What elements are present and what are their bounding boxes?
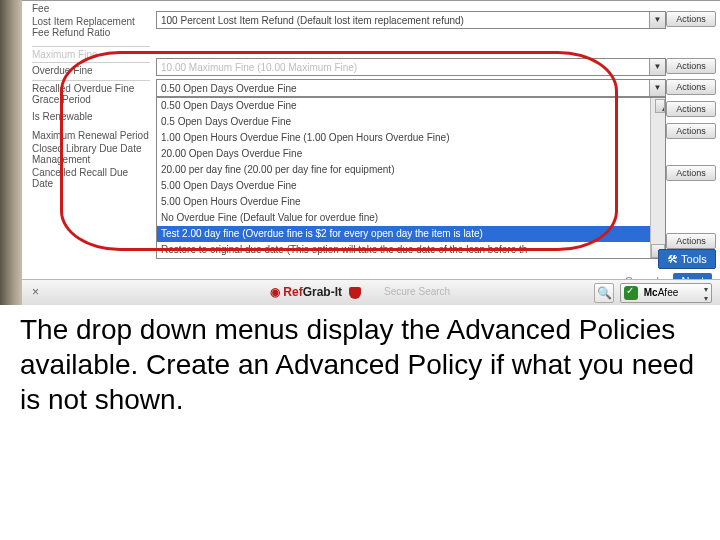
label-recalled: Recalled Overdue Fine Grace Period <box>32 83 150 105</box>
dropdown-option[interactable]: 5.00 Open Hours Overdue Fine <box>157 194 665 210</box>
screenshot-region: Fee Lost Item Replacement Fee Refund Rat… <box>0 0 720 305</box>
label-lost-refund: Lost Item Replacement Fee Refund Ratio <box>32 16 150 38</box>
label-overdue-fine: Overdue Fine <box>32 65 150 76</box>
actions-button[interactable]: Actions <box>666 233 716 249</box>
dropdown-option[interactable]: 20.00 Open Days Overdue Fine <box>157 146 665 162</box>
label-closed-lib: Closed Library Due Date Management <box>32 143 150 165</box>
select-lost-refund[interactable]: 100 Percent Lost Item Refund (Default lo… <box>156 11 666 29</box>
dropdown-option[interactable]: 20.00 per day fine (20.00 per day fine f… <box>157 162 665 178</box>
dropdown-option[interactable]: 5.00 Open Days Overdue Fine <box>157 178 665 194</box>
actions-button[interactable]: Actions <box>666 79 716 95</box>
chevron-down-icon: ▼ <box>649 59 665 75</box>
actions-button[interactable]: Actions <box>666 11 716 27</box>
chevron-down-icon: ▾▾ <box>704 285 708 303</box>
mcafee-button[interactable]: McMcAfeeAfee ▾▾ <box>620 283 712 303</box>
select-overdue-fine-value: 0.50 Open Days Overdue Fine <box>161 83 297 94</box>
window-edge-left <box>0 0 22 305</box>
dropdown-option[interactable]: 0.5 Open Days Overdue Fine <box>157 114 665 130</box>
browser-viewport: Fee Lost Item Replacement Fee Refund Rat… <box>22 0 720 305</box>
dropdown-option[interactable]: 0.50 Open Days Overdue Fine <box>157 98 665 114</box>
dropdown-option[interactable]: Restore to original due date (This optio… <box>157 242 665 258</box>
policy-form: Fee Lost Item Replacement Fee Refund Rat… <box>22 1 720 275</box>
dropdown-option[interactable]: No Overdue Fine (Default Value for overd… <box>157 210 665 226</box>
label-renewable: Is Renewable <box>32 111 150 122</box>
actions-button[interactable]: Actions <box>666 165 716 181</box>
chevron-down-icon: ▼ <box>649 12 665 28</box>
actions-button[interactable]: Actions <box>666 123 716 139</box>
select-lost-refund-value: 100 Percent Lost Item Refund (Default lo… <box>161 15 464 26</box>
scroll-up-icon[interactable]: ▲ <box>655 99 665 113</box>
refgrabit-addon[interactable]: ◉ RefGrab-It <box>270 285 361 299</box>
search-icon[interactable]: 🔍 <box>594 283 614 303</box>
label-max-fine: Maximum Fine <box>32 49 150 60</box>
secure-search-label: Secure Search <box>384 286 450 297</box>
slide-caption: The drop down menus display the Advanced… <box>20 312 700 417</box>
select-max-fine[interactable]: 10.00 Maximum Fine (10.00 Maximum Fine) … <box>156 58 666 76</box>
shield-icon <box>349 287 361 299</box>
dropdown-option[interactable]: Test 2.00 day fine (Overdue fine is $2 f… <box>157 226 665 242</box>
label-max-renewal: Maximum Renewal Period <box>32 130 150 141</box>
field-labels: Fee Lost Item Replacement Fee Refund Rat… <box>32 1 150 189</box>
mcafee-check-icon <box>624 286 638 300</box>
select-overdue-fine[interactable]: 0.50 Open Days Overdue Fine ▼ <box>156 79 666 97</box>
label-fee: Fee <box>32 3 150 14</box>
chevron-down-icon: ▼ <box>649 80 665 96</box>
dropdown-scrollbar[interactable]: ▲ ▼ <box>650 98 665 258</box>
dropdown-option[interactable]: 1.00 Open Hours Overdue Fine (1.00 Open … <box>157 130 665 146</box>
actions-button[interactable]: Actions <box>666 101 716 117</box>
select-max-fine-value: 10.00 Maximum Fine (10.00 Maximum Fine) <box>161 62 357 73</box>
tools-button[interactable]: 🛠 Tools <box>658 249 716 269</box>
browser-statusbar: × ◉ RefGrab-It Secure Search 🔍 McMcAfeeA… <box>22 279 720 305</box>
actions-button[interactable]: Actions <box>666 58 716 74</box>
label-cancelled: Cancelled Recall Due Date <box>32 167 150 189</box>
close-icon[interactable]: × <box>32 285 39 299</box>
overdue-fine-dropdown[interactable]: ▲ ▼ 0.50 Open Days Overdue Fine0.5 Open … <box>156 97 666 259</box>
